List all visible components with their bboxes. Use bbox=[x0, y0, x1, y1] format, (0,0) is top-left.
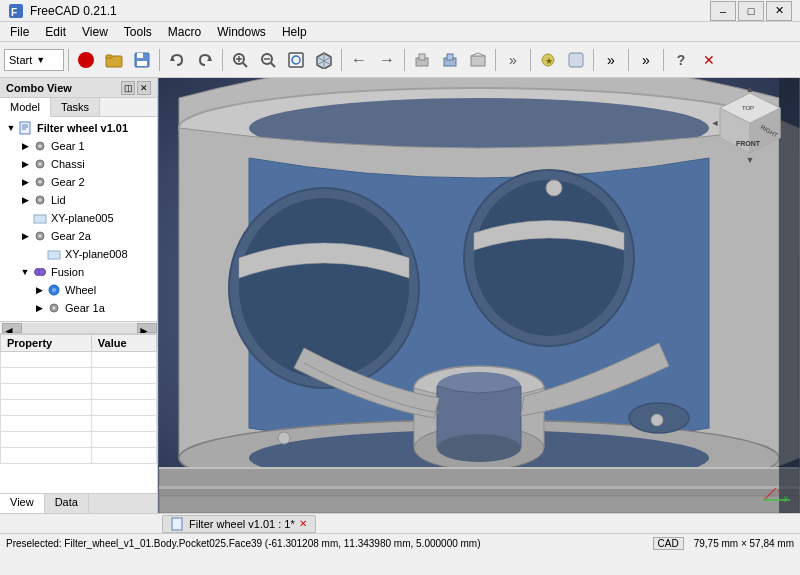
toggle-fusion[interactable]: ▼ bbox=[18, 265, 32, 279]
menu-view[interactable]: View bbox=[76, 24, 114, 40]
view-3d-btn[interactable] bbox=[311, 47, 337, 73]
menu-tools[interactable]: Tools bbox=[118, 24, 158, 40]
separator-2 bbox=[159, 49, 160, 71]
view-fit-btn[interactable] bbox=[283, 47, 309, 73]
close-button[interactable]: ✕ bbox=[766, 1, 792, 21]
extra3-btn[interactable]: » bbox=[598, 47, 624, 73]
icon-xyplane008 bbox=[46, 246, 62, 262]
tree-item-root[interactable]: ▼ Filter wheel v1.01 bbox=[0, 119, 157, 137]
tree-item-fusion[interactable]: ▼ Fusion bbox=[0, 263, 157, 281]
svg-rect-26 bbox=[447, 54, 453, 60]
model-tree: ▼ Filter wheel v1.01 ▶ Gear 1 ▶ bbox=[0, 117, 157, 321]
part3-btn[interactable] bbox=[465, 47, 491, 73]
menu-macro[interactable]: Macro bbox=[162, 24, 207, 40]
extra1-btn[interactable]: ★ bbox=[535, 47, 561, 73]
viewport-3d[interactable]: FRONT RIGHT TOP ▼ ◄ ► ▲ x y bbox=[158, 78, 800, 513]
tree-item-gear1a[interactable]: ▶ Gear 1a bbox=[0, 299, 157, 317]
minimize-button[interactable]: – bbox=[710, 1, 736, 21]
doc-tab-close-btn[interactable]: ✕ bbox=[299, 518, 307, 529]
toggle-lid[interactable]: ▶ bbox=[18, 193, 32, 207]
panel-close-btn[interactable]: ✕ bbox=[137, 81, 151, 95]
menu-help[interactable]: Help bbox=[276, 24, 313, 40]
toggle-wheel[interactable]: ▶ bbox=[32, 283, 46, 297]
tab-model[interactable]: Model bbox=[0, 98, 51, 117]
tree-item-gear1[interactable]: ▶ Gear 1 bbox=[0, 137, 157, 155]
svg-text:▲: ▲ bbox=[746, 88, 755, 94]
zoom-out-btn[interactable] bbox=[255, 47, 281, 73]
svg-rect-48 bbox=[48, 251, 60, 259]
svg-point-54 bbox=[52, 306, 56, 310]
separator-3 bbox=[222, 49, 223, 71]
toggle-root[interactable]: ▼ bbox=[4, 121, 18, 135]
tree-gear1a-label: Gear 1a bbox=[65, 302, 105, 314]
forward-button[interactable]: → bbox=[374, 47, 400, 73]
extra2-btn[interactable] bbox=[563, 47, 589, 73]
scroll-right-btn[interactable]: ► bbox=[137, 323, 157, 333]
toggle-gear1[interactable]: ▶ bbox=[18, 139, 32, 153]
tab-view[interactable]: View bbox=[0, 494, 45, 513]
tab-tasks[interactable]: Tasks bbox=[51, 98, 100, 116]
maximize-button[interactable]: □ bbox=[738, 1, 764, 21]
doc-tab-icon bbox=[171, 517, 185, 531]
icon-wheel bbox=[46, 282, 62, 298]
menu-windows[interactable]: Windows bbox=[211, 24, 272, 40]
props-table: Property Value bbox=[0, 334, 157, 464]
menu-file[interactable]: File bbox=[4, 24, 35, 40]
icon-doc bbox=[18, 120, 34, 136]
status-coordinates: 79,75 mm × 57,84 mm bbox=[694, 538, 794, 549]
toggle-chassi[interactable]: ▶ bbox=[18, 157, 32, 171]
toggle-gear2a[interactable]: ▶ bbox=[18, 229, 32, 243]
prop-row-empty7 bbox=[1, 448, 157, 464]
workbench-arrow: ▼ bbox=[36, 55, 45, 65]
svg-point-72 bbox=[651, 414, 663, 426]
svg-point-68 bbox=[437, 434, 521, 462]
new-button[interactable] bbox=[73, 47, 99, 73]
svg-text:FRONT: FRONT bbox=[736, 140, 761, 147]
prop-row-empty bbox=[1, 352, 157, 368]
tab-data[interactable]: Data bbox=[45, 494, 89, 513]
svg-rect-33 bbox=[20, 122, 30, 134]
svg-text:◄: ◄ bbox=[711, 118, 720, 128]
tree-hscroll[interactable]: ◄ ► bbox=[0, 321, 157, 333]
redo-button[interactable] bbox=[192, 47, 218, 73]
doc-tab[interactable]: Filter wheel v1.01 : 1* ✕ bbox=[162, 515, 316, 533]
back-button[interactable]: ← bbox=[346, 47, 372, 73]
svg-rect-6 bbox=[137, 53, 143, 58]
save-button[interactable] bbox=[129, 47, 155, 73]
panel-float-btn[interactable]: ◫ bbox=[121, 81, 135, 95]
nav-cube[interactable]: FRONT RIGHT TOP ▼ ◄ ► ▲ bbox=[710, 88, 790, 168]
tree-item-wheel[interactable]: ▶ Wheel bbox=[0, 281, 157, 299]
undo-button[interactable] bbox=[164, 47, 190, 73]
tree-item-xyplane008[interactable]: ▶ XY-plane008 bbox=[0, 245, 157, 263]
part2-btn[interactable] bbox=[437, 47, 463, 73]
open-button[interactable] bbox=[101, 47, 127, 73]
toggle-gear1a[interactable]: ▶ bbox=[32, 301, 46, 315]
help-button[interactable]: ? bbox=[668, 47, 694, 73]
tree-xyplane008-label: XY-plane008 bbox=[65, 248, 128, 260]
zoom-btn[interactable] bbox=[227, 47, 253, 73]
svg-text:TOP: TOP bbox=[742, 105, 754, 111]
tree-item-gear2[interactable]: ▶ Gear 2 bbox=[0, 173, 157, 191]
extra4-btn[interactable]: » bbox=[633, 47, 659, 73]
prop-row-empty4 bbox=[1, 400, 157, 416]
scroll-left-btn[interactable]: ◄ bbox=[2, 323, 22, 333]
prop-col-header: Property bbox=[1, 335, 92, 352]
svg-rect-69 bbox=[159, 488, 799, 496]
close-view-button[interactable]: ✕ bbox=[696, 47, 722, 73]
doc-tab-label: Filter wheel v1.01 : 1* bbox=[189, 518, 295, 530]
tree-item-gear2a[interactable]: ▶ Gear 2a bbox=[0, 227, 157, 245]
svg-point-63 bbox=[474, 180, 624, 336]
menu-edit[interactable]: Edit bbox=[39, 24, 72, 40]
tree-wheel-label: Wheel bbox=[65, 284, 96, 296]
part1-btn[interactable] bbox=[409, 47, 435, 73]
tree-item-xyplane005[interactable]: ▶ XY-plane005 bbox=[0, 209, 157, 227]
combo-view-panel: Combo View ◫ ✕ Model Tasks ▼ Filter whee… bbox=[0, 78, 158, 513]
tree-item-lid[interactable]: ▶ Lid bbox=[0, 191, 157, 209]
toolbar: Start ▼ bbox=[0, 42, 800, 78]
tree-chassi-label: Chassi bbox=[51, 158, 85, 170]
expand-btn[interactable]: » bbox=[500, 47, 526, 73]
toggle-gear2[interactable]: ▶ bbox=[18, 175, 32, 189]
model-svg bbox=[158, 78, 800, 513]
tree-item-chassi[interactable]: ▶ Chassi bbox=[0, 155, 157, 173]
workbench-dropdown[interactable]: Start ▼ bbox=[4, 49, 64, 71]
